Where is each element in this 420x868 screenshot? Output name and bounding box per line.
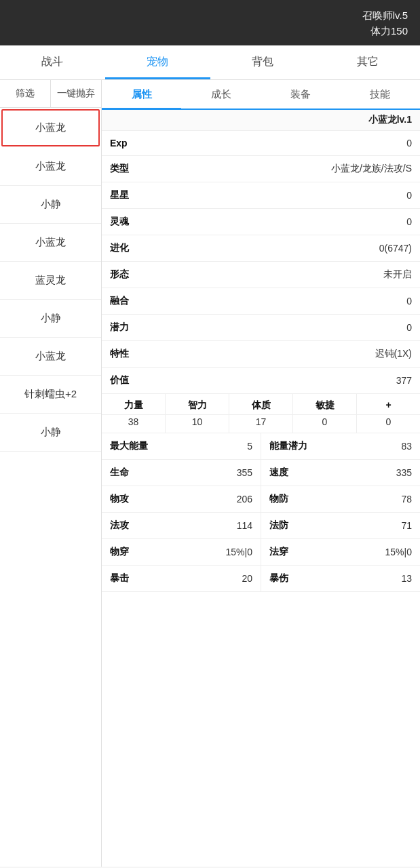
two-col-label-left-0: 最大能量 (110, 440, 148, 452)
table-row: 进化 0(6747) (102, 235, 420, 262)
nav-bag[interactable]: 背包 (210, 45, 316, 79)
sidebar-item-7[interactable]: 针刺蠕虫+2 (0, 376, 101, 414)
two-col-label-left-5: 暴击 (110, 572, 129, 585)
two-col-row-0: 最大能量 5 能量潜力 83 (102, 433, 420, 460)
table-row: 价值 377 (102, 368, 420, 394)
table-row: Exp 0 (102, 131, 420, 156)
two-col-value-right-5: 13 (401, 573, 412, 584)
stat-label-5: 形态 (102, 262, 149, 288)
table-row: 形态 未开启 (102, 262, 420, 288)
two-col-right-5: 暴伤 13 (261, 566, 420, 591)
combat-val-2: 17 (229, 415, 293, 433)
stat-label-9: 价值 (102, 368, 149, 394)
stat-value-5: 未开启 (149, 262, 420, 288)
combat-val-4: 0 (357, 415, 420, 433)
sub-tab-equipment[interactable]: 装备 (261, 80, 341, 108)
two-col-value-left-1: 355 (237, 467, 252, 478)
sidebar-item-2[interactable]: 小静 (0, 186, 101, 224)
table-row: 潜力 0 (102, 315, 420, 341)
stat-value-1: 小蓝龙/龙族/法攻/S (149, 156, 420, 182)
two-col-value-right-3: 71 (401, 520, 412, 531)
top-header: 召唤师lv.5 体力150 (0, 0, 420, 45)
stat-value-0: 0 (149, 131, 420, 156)
two-col-label-right-5: 暴伤 (269, 572, 288, 585)
two-col-row-4: 物穿 15%|0 法穿 15%|0 (102, 539, 420, 566)
two-col-label-left-1: 生命 (110, 467, 129, 479)
two-col-right-4: 法穿 15%|0 (261, 539, 420, 565)
two-col-right-1: 速度 335 (261, 460, 420, 486)
combat-header-1: 智力 (166, 394, 229, 414)
filter-button[interactable]: 筛选 (0, 80, 51, 107)
two-col-left-1: 生命 355 (102, 460, 261, 486)
two-col-left-3: 法攻 114 (102, 513, 261, 538)
nav-battle[interactable]: 战斗 (0, 45, 105, 79)
combat-value-row: 38 10 17 0 0 (102, 415, 420, 433)
detail-panel: 属性 成长 装备 技能 小蓝龙lv.1 Exp 0 类型 小蓝龙/龙族/法攻/S (102, 80, 420, 867)
combat-header-row: 力量 智力 体质 敏捷 + (102, 394, 420, 415)
table-row: 星星 0 (102, 182, 420, 209)
stat-label-0: Exp (102, 131, 149, 156)
sidebar-item-4[interactable]: 蓝灵龙 (0, 262, 101, 300)
two-col-label-left-2: 物攻 (110, 493, 129, 505)
pet-title: 小蓝龙lv.1 (368, 114, 412, 125)
stat-value-7: 0 (149, 315, 420, 341)
combat-val-1: 10 (166, 415, 229, 433)
table-row: 灵魂 0 (102, 209, 420, 235)
stat-label-2: 星星 (102, 182, 149, 209)
pet-title-bar: 小蓝龙lv.1 (102, 110, 420, 131)
nav-pet[interactable]: 宠物 (105, 45, 210, 79)
stat-label-4: 进化 (102, 235, 149, 262)
two-col-value-left-3: 114 (237, 520, 252, 531)
table-row: 特性 迟钝(1X) (102, 341, 420, 368)
sub-tab-skills[interactable]: 技能 (341, 80, 420, 108)
two-col-value-left-4: 15%|0 (226, 547, 252, 557)
stats-table: Exp 0 类型 小蓝龙/龙族/法攻/S 星星 0 灵魂 0 进化 0(67 (102, 131, 420, 394)
main-nav: 战斗 宠物 背包 其它 (0, 45, 420, 80)
stat-label-7: 潜力 (102, 315, 149, 341)
nav-other[interactable]: 其它 (315, 45, 420, 79)
two-col-right-0: 能量潜力 83 (261, 433, 420, 459)
two-col-label-right-0: 能量潜力 (269, 440, 307, 452)
two-col-value-left-2: 206 (237, 494, 252, 505)
two-col-row-5: 暴击 20 暴伤 13 (102, 566, 420, 592)
sidebar-item-6[interactable]: 小蓝龙 (0, 338, 101, 376)
sidebar: 筛选 一键抛弃 小蓝龙 小蓝龙 小静 小蓝龙 蓝灵龙 小静 小蓝龙 针刺蠕虫+2… (0, 80, 102, 867)
player-hp: 体力150 (12, 24, 408, 39)
stat-value-4: 0(6747) (149, 235, 420, 262)
stat-label-1: 类型 (102, 156, 149, 182)
sidebar-item-3[interactable]: 小蓝龙 (0, 224, 101, 262)
discard-button[interactable]: 一键抛弃 (51, 80, 101, 107)
combat-val-3: 0 (293, 415, 357, 433)
two-col-left-4: 物穿 15%|0 (102, 539, 261, 565)
sidebar-item-1[interactable]: 小蓝龙 (0, 148, 101, 186)
two-col-label-left-4: 物穿 (110, 546, 129, 558)
sidebar-btn-row: 筛选 一键抛弃 (0, 80, 101, 108)
stat-value-8: 迟钝(1X) (149, 341, 420, 368)
two-col-value-right-0: 83 (401, 441, 412, 452)
two-col-value-left-5: 20 (242, 573, 252, 584)
detail-scroll[interactable]: Exp 0 类型 小蓝龙/龙族/法攻/S 星星 0 灵魂 0 进化 0(67 (102, 131, 420, 867)
combat-header-2: 体质 (229, 394, 293, 414)
player-title: 召唤师lv.5 (12, 8, 408, 24)
sidebar-item-0[interactable]: 小蓝龙 (1, 109, 100, 146)
stat-label-8: 特性 (102, 341, 149, 368)
two-col-value-right-4: 15%|0 (385, 547, 412, 557)
two-col-label-left-3: 法攻 (110, 519, 129, 532)
stat-label-3: 灵魂 (102, 209, 149, 235)
two-col-row-1: 生命 355 速度 335 (102, 460, 420, 486)
content-area: 筛选 一键抛弃 小蓝龙 小蓝龙 小静 小蓝龙 蓝灵龙 小静 小蓝龙 针刺蠕虫+2… (0, 80, 420, 867)
stat-label-6: 融合 (102, 288, 149, 315)
two-col-label-right-3: 法防 (269, 519, 288, 532)
stat-value-2: 0 (149, 182, 420, 209)
two-col-row-2: 物攻 206 物防 78 (102, 486, 420, 513)
two-col-label-right-2: 物防 (269, 493, 288, 505)
sidebar-item-8[interactable]: 小静 (0, 414, 101, 452)
two-col-label-right-1: 速度 (269, 467, 288, 479)
sub-tab-growth[interactable]: 成长 (181, 80, 261, 108)
sub-tab-attributes[interactable]: 属性 (102, 80, 181, 110)
stat-value-6: 0 (149, 288, 420, 315)
sidebar-item-5[interactable]: 小静 (0, 300, 101, 338)
two-col-right-2: 物防 78 (261, 486, 420, 512)
two-col-left-2: 物攻 206 (102, 486, 261, 512)
combat-header-0: 力量 (102, 394, 166, 414)
